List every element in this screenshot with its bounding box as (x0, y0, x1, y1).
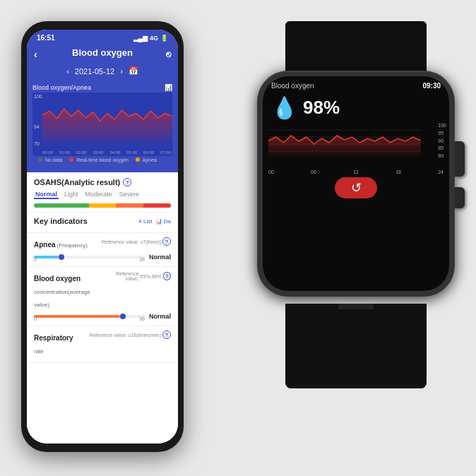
next-date-button[interactable]: › (120, 67, 123, 76)
metric-oxygen-ref: Reference value: 95%-99% ? (104, 271, 171, 281)
oxygen-info-icon[interactable]: ? (163, 272, 171, 280)
x-00: 00 (268, 169, 274, 174)
metric-apnea-bar-row: 0 28 Normal (34, 252, 171, 262)
data-view-button[interactable]: 📊 Da (155, 218, 171, 225)
watch-case: Blood oxygen 09:30 💧 98% (257, 71, 455, 297)
chart-title: Blood oxygen/Apnea (32, 84, 91, 91)
metric-apnea-sub: (Frequency) (56, 242, 88, 249)
y-label-mid: 94 (34, 124, 40, 129)
x-label-7: 07:00 (160, 150, 171, 155)
key-header-row: Key indicators ≡ List 📊 Da (34, 217, 171, 225)
key-view-tabs: ≡ List 📊 Da (138, 218, 171, 225)
phone: 16:51 ▂▄▆ 4G 🔋 ‹ Blood oxygen ⎋ ‹ 2021-0… (21, 21, 184, 452)
chart-label: Blood oxygen/Apnea 📊 (32, 84, 172, 91)
status-time: 16:51 (37, 34, 55, 42)
osahs-info-icon[interactable]: ? (123, 178, 131, 186)
x-label-5: 05:00 (126, 150, 137, 155)
status-right: ▂▄▆ 4G 🔋 (133, 35, 168, 42)
prev-date-button[interactable]: ‹ (66, 67, 69, 76)
watch-band-top (285, 21, 427, 78)
status-bar: 16:51 ▂▄▆ 4G 🔋 (27, 30, 178, 44)
osahs-title: OSAHS(Analytic result) ? (34, 178, 171, 186)
watch-waveform (268, 123, 444, 158)
key-indicators-header: Key indicators ≡ List 📊 Da (27, 213, 178, 233)
watch-x-axis: 00 06 12 18 24 (263, 169, 449, 174)
metric-oxygen-sub: concentration(average value) (34, 289, 90, 308)
tab-normal[interactable]: Normal (34, 191, 59, 199)
waveform-chart (42, 100, 172, 145)
metric-respiratory: Respiratoryrate Reference value: ≤16(tim… (27, 326, 178, 363)
metric-apnea-bar: 0 28 (34, 252, 145, 262)
metric-apnea-max: 28 (139, 257, 145, 262)
watch-title: Blood oxygen (271, 82, 314, 90)
watch-refresh-button[interactable]: ↺ (335, 177, 377, 198)
severity-bar (34, 203, 171, 208)
severity-severe-segment (143, 203, 171, 208)
battery-icon: 🔋 (160, 35, 168, 42)
respiratory-info-icon[interactable]: ? (162, 331, 171, 339)
date-nav: ‹ 2021-05-12 › 📅 (27, 64, 178, 81)
y-label-bot: 70 (34, 141, 40, 146)
severity-light-segment (89, 203, 117, 208)
watch-band-bottom (285, 304, 427, 388)
tab-light[interactable]: Light (63, 191, 80, 199)
metric-apnea-thumb (59, 254, 64, 260)
metric-oxygen-name: Blood oxygenconcentration(average value) (34, 275, 90, 308)
key-title: Key indicators (34, 217, 88, 225)
x-18: 18 (395, 169, 401, 174)
chart-icon: 📊 (165, 84, 172, 91)
scene: 16:51 ▂▄▆ 4G 🔋 ‹ Blood oxygen ⎋ ‹ 2021-0… (0, 0, 476, 476)
metric-apnea-fill (34, 256, 59, 258)
app-header: ‹ Blood oxygen ⎋ (27, 44, 178, 64)
metric-blood-oxygen-header: Blood oxygenconcentration(average value)… (34, 271, 171, 309)
metric-oxygen-min: 0 (34, 316, 37, 321)
osahs-section: OSAHS(Analytic result) ? Normal Light Mo… (27, 172, 178, 213)
x-label-4: 04:00 (109, 150, 120, 155)
watch-y-95: 95 (438, 131, 446, 136)
x-24: 24 (438, 169, 444, 174)
watch-y-90: 90 (438, 138, 446, 143)
tab-severe[interactable]: Severe (118, 191, 141, 199)
x-06: 06 (311, 169, 316, 174)
metric-oxygen-bar-row: 0 99 Normal (34, 311, 171, 321)
metric-respiratory-name: Respiratoryrate (34, 334, 73, 355)
share-icon[interactable]: ⎋ (166, 49, 171, 59)
legend-realtime: Real-time blood oxygen (69, 157, 129, 162)
metric-apnea-min: 0 (34, 257, 37, 262)
current-date: 2021-05-12 (75, 67, 114, 76)
smartwatch: Blood oxygen 09:30 💧 98% (250, 21, 462, 388)
metric-apnea-ref: Reference value: ≤7(times) ? (102, 237, 171, 246)
y-label-top: 100 (34, 94, 42, 99)
calendar-icon[interactable]: 📅 (129, 66, 138, 76)
watch-y-labels: 100 95 90 85 80 (438, 123, 446, 158)
legend-apnea: Apnea (136, 157, 157, 162)
watch-topbar: Blood oxygen 09:30 (263, 76, 449, 93)
severity-normal-segment (34, 203, 89, 208)
tab-moderate[interactable]: Moderate (84, 191, 114, 199)
watch-time: 09:30 (422, 82, 441, 90)
metric-blood-oxygen: Blood oxygenconcentration(average value)… (27, 267, 178, 326)
blood-oxygen-percent: 98% (303, 97, 340, 119)
blood-drop-icon: 💧 (271, 95, 297, 120)
watch-main-reading: 💧 98% (263, 93, 449, 120)
metric-oxygen-fill (34, 315, 120, 318)
x-label-6: 06:00 (143, 150, 154, 155)
list-view-button[interactable]: ≡ List (138, 218, 152, 225)
severity-moderate-segment (116, 203, 143, 208)
metric-apnea-header: Apnea (Frequency) Reference value: ≤7(ti… (34, 237, 171, 250)
watch-chart: 100 95 90 85 80 (263, 123, 449, 165)
phone-body: OSAHS(Analytic result) ? Normal Light Mo… (27, 172, 178, 444)
x-label-3: 03:00 (93, 150, 104, 155)
chart-x-axis: 00:00 01:00 02:00 03:00 04:00 05:00 06:0… (42, 150, 171, 155)
metric-oxygen-max: 99 (139, 316, 145, 321)
apnea-info-icon[interactable]: ? (162, 237, 171, 246)
x-label-1: 01:00 (59, 150, 70, 155)
chart-section: Blood oxygen/Apnea 📊 100 94 70 (27, 81, 178, 172)
metric-oxygen-bar: 0 99 (34, 311, 145, 321)
network-type: 4G (150, 35, 158, 42)
metric-apnea-name: Apnea (Frequency) (34, 241, 88, 249)
watch-crown-top (455, 141, 465, 177)
watch-crown-bottom (455, 187, 465, 208)
metric-oxygen-status: Normal (149, 313, 171, 320)
back-icon[interactable]: ‹ (34, 49, 37, 60)
